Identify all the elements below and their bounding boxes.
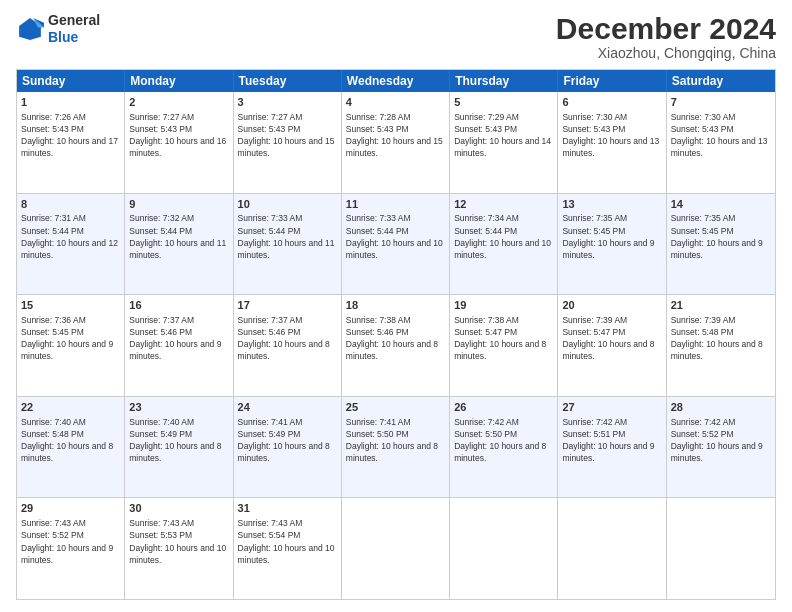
calendar-cell: 26Sunrise: 7:42 AMSunset: 5:50 PMDayligh… bbox=[450, 397, 558, 498]
cell-info: Sunrise: 7:37 AMSunset: 5:46 PMDaylight:… bbox=[129, 315, 221, 361]
calendar-cell: 14Sunrise: 7:35 AMSunset: 5:45 PMDayligh… bbox=[667, 194, 775, 295]
calendar-cell bbox=[667, 498, 775, 599]
calendar-cell: 18Sunrise: 7:38 AMSunset: 5:46 PMDayligh… bbox=[342, 295, 450, 396]
day-number: 6 bbox=[562, 95, 661, 110]
calendar-cell: 6Sunrise: 7:30 AMSunset: 5:43 PMDaylight… bbox=[558, 92, 666, 193]
calendar-cell: 11Sunrise: 7:33 AMSunset: 5:44 PMDayligh… bbox=[342, 194, 450, 295]
cell-info: Sunrise: 7:41 AMSunset: 5:50 PMDaylight:… bbox=[346, 417, 438, 463]
header-cell-thursday: Thursday bbox=[450, 70, 558, 92]
cell-info: Sunrise: 7:26 AMSunset: 5:43 PMDaylight:… bbox=[21, 112, 118, 158]
calendar-cell: 25Sunrise: 7:41 AMSunset: 5:50 PMDayligh… bbox=[342, 397, 450, 498]
day-number: 3 bbox=[238, 95, 337, 110]
calendar-cell: 19Sunrise: 7:38 AMSunset: 5:47 PMDayligh… bbox=[450, 295, 558, 396]
cell-info: Sunrise: 7:27 AMSunset: 5:43 PMDaylight:… bbox=[238, 112, 335, 158]
calendar-row-1: 1Sunrise: 7:26 AMSunset: 5:43 PMDaylight… bbox=[17, 92, 775, 193]
cell-info: Sunrise: 7:35 AMSunset: 5:45 PMDaylight:… bbox=[671, 213, 763, 259]
day-number: 28 bbox=[671, 400, 771, 415]
calendar-cell: 22Sunrise: 7:40 AMSunset: 5:48 PMDayligh… bbox=[17, 397, 125, 498]
calendar-header: SundayMondayTuesdayWednesdayThursdayFrid… bbox=[17, 70, 775, 92]
calendar-cell: 27Sunrise: 7:42 AMSunset: 5:51 PMDayligh… bbox=[558, 397, 666, 498]
cell-info: Sunrise: 7:39 AMSunset: 5:47 PMDaylight:… bbox=[562, 315, 654, 361]
cell-info: Sunrise: 7:31 AMSunset: 5:44 PMDaylight:… bbox=[21, 213, 118, 259]
cell-info: Sunrise: 7:30 AMSunset: 5:43 PMDaylight:… bbox=[562, 112, 659, 158]
logo: General Blue bbox=[16, 12, 100, 46]
day-number: 18 bbox=[346, 298, 445, 313]
day-number: 27 bbox=[562, 400, 661, 415]
logo-text: General Blue bbox=[48, 12, 100, 46]
day-number: 20 bbox=[562, 298, 661, 313]
cell-info: Sunrise: 7:40 AMSunset: 5:49 PMDaylight:… bbox=[129, 417, 221, 463]
calendar-cell: 8Sunrise: 7:31 AMSunset: 5:44 PMDaylight… bbox=[17, 194, 125, 295]
cell-info: Sunrise: 7:32 AMSunset: 5:44 PMDaylight:… bbox=[129, 213, 226, 259]
calendar-cell: 1Sunrise: 7:26 AMSunset: 5:43 PMDaylight… bbox=[17, 92, 125, 193]
cell-info: Sunrise: 7:43 AMSunset: 5:53 PMDaylight:… bbox=[129, 518, 226, 564]
cell-info: Sunrise: 7:42 AMSunset: 5:50 PMDaylight:… bbox=[454, 417, 546, 463]
calendar-cell: 7Sunrise: 7:30 AMSunset: 5:43 PMDaylight… bbox=[667, 92, 775, 193]
cell-info: Sunrise: 7:37 AMSunset: 5:46 PMDaylight:… bbox=[238, 315, 330, 361]
header-cell-saturday: Saturday bbox=[667, 70, 775, 92]
day-number: 31 bbox=[238, 501, 337, 516]
calendar-cell: 30Sunrise: 7:43 AMSunset: 5:53 PMDayligh… bbox=[125, 498, 233, 599]
logo-blue: Blue bbox=[48, 29, 78, 45]
cell-info: Sunrise: 7:43 AMSunset: 5:52 PMDaylight:… bbox=[21, 518, 113, 564]
cell-info: Sunrise: 7:28 AMSunset: 5:43 PMDaylight:… bbox=[346, 112, 443, 158]
cell-info: Sunrise: 7:40 AMSunset: 5:48 PMDaylight:… bbox=[21, 417, 113, 463]
day-number: 4 bbox=[346, 95, 445, 110]
day-number: 24 bbox=[238, 400, 337, 415]
day-number: 25 bbox=[346, 400, 445, 415]
calendar-cell bbox=[342, 498, 450, 599]
cell-info: Sunrise: 7:41 AMSunset: 5:49 PMDaylight:… bbox=[238, 417, 330, 463]
cell-info: Sunrise: 7:35 AMSunset: 5:45 PMDaylight:… bbox=[562, 213, 654, 259]
calendar-cell: 3Sunrise: 7:27 AMSunset: 5:43 PMDaylight… bbox=[234, 92, 342, 193]
day-number: 12 bbox=[454, 197, 553, 212]
calendar: SundayMondayTuesdayWednesdayThursdayFrid… bbox=[16, 69, 776, 600]
cell-info: Sunrise: 7:38 AMSunset: 5:47 PMDaylight:… bbox=[454, 315, 546, 361]
calendar-cell: 29Sunrise: 7:43 AMSunset: 5:52 PMDayligh… bbox=[17, 498, 125, 599]
cell-info: Sunrise: 7:39 AMSunset: 5:48 PMDaylight:… bbox=[671, 315, 763, 361]
day-number: 9 bbox=[129, 197, 228, 212]
header-cell-friday: Friday bbox=[558, 70, 666, 92]
cell-info: Sunrise: 7:38 AMSunset: 5:46 PMDaylight:… bbox=[346, 315, 438, 361]
day-number: 22 bbox=[21, 400, 120, 415]
logo-general: General bbox=[48, 12, 100, 28]
header-cell-tuesday: Tuesday bbox=[234, 70, 342, 92]
cell-info: Sunrise: 7:27 AMSunset: 5:43 PMDaylight:… bbox=[129, 112, 226, 158]
day-number: 15 bbox=[21, 298, 120, 313]
header-cell-wednesday: Wednesday bbox=[342, 70, 450, 92]
calendar-cell: 31Sunrise: 7:43 AMSunset: 5:54 PMDayligh… bbox=[234, 498, 342, 599]
calendar-cell: 24Sunrise: 7:41 AMSunset: 5:49 PMDayligh… bbox=[234, 397, 342, 498]
day-number: 14 bbox=[671, 197, 771, 212]
logo-icon bbox=[16, 15, 44, 43]
day-number: 26 bbox=[454, 400, 553, 415]
day-number: 11 bbox=[346, 197, 445, 212]
month-title: December 2024 bbox=[556, 12, 776, 45]
day-number: 13 bbox=[562, 197, 661, 212]
day-number: 10 bbox=[238, 197, 337, 212]
calendar-cell bbox=[450, 498, 558, 599]
calendar-row-2: 8Sunrise: 7:31 AMSunset: 5:44 PMDaylight… bbox=[17, 193, 775, 295]
calendar-cell: 12Sunrise: 7:34 AMSunset: 5:44 PMDayligh… bbox=[450, 194, 558, 295]
calendar-cell: 9Sunrise: 7:32 AMSunset: 5:44 PMDaylight… bbox=[125, 194, 233, 295]
calendar-cell: 23Sunrise: 7:40 AMSunset: 5:49 PMDayligh… bbox=[125, 397, 233, 498]
day-number: 2 bbox=[129, 95, 228, 110]
day-number: 23 bbox=[129, 400, 228, 415]
day-number: 29 bbox=[21, 501, 120, 516]
day-number: 30 bbox=[129, 501, 228, 516]
cell-info: Sunrise: 7:30 AMSunset: 5:43 PMDaylight:… bbox=[671, 112, 768, 158]
calendar-cell: 15Sunrise: 7:36 AMSunset: 5:45 PMDayligh… bbox=[17, 295, 125, 396]
calendar-cell: 5Sunrise: 7:29 AMSunset: 5:43 PMDaylight… bbox=[450, 92, 558, 193]
cell-info: Sunrise: 7:36 AMSunset: 5:45 PMDaylight:… bbox=[21, 315, 113, 361]
calendar-row-5: 29Sunrise: 7:43 AMSunset: 5:52 PMDayligh… bbox=[17, 497, 775, 599]
header-cell-monday: Monday bbox=[125, 70, 233, 92]
day-number: 21 bbox=[671, 298, 771, 313]
calendar-cell: 13Sunrise: 7:35 AMSunset: 5:45 PMDayligh… bbox=[558, 194, 666, 295]
cell-info: Sunrise: 7:29 AMSunset: 5:43 PMDaylight:… bbox=[454, 112, 551, 158]
day-number: 16 bbox=[129, 298, 228, 313]
calendar-cell: 10Sunrise: 7:33 AMSunset: 5:44 PMDayligh… bbox=[234, 194, 342, 295]
day-number: 19 bbox=[454, 298, 553, 313]
calendar-cell bbox=[558, 498, 666, 599]
cell-info: Sunrise: 7:42 AMSunset: 5:52 PMDaylight:… bbox=[671, 417, 763, 463]
cell-info: Sunrise: 7:33 AMSunset: 5:44 PMDaylight:… bbox=[238, 213, 335, 259]
cell-info: Sunrise: 7:34 AMSunset: 5:44 PMDaylight:… bbox=[454, 213, 551, 259]
calendar-cell: 28Sunrise: 7:42 AMSunset: 5:52 PMDayligh… bbox=[667, 397, 775, 498]
